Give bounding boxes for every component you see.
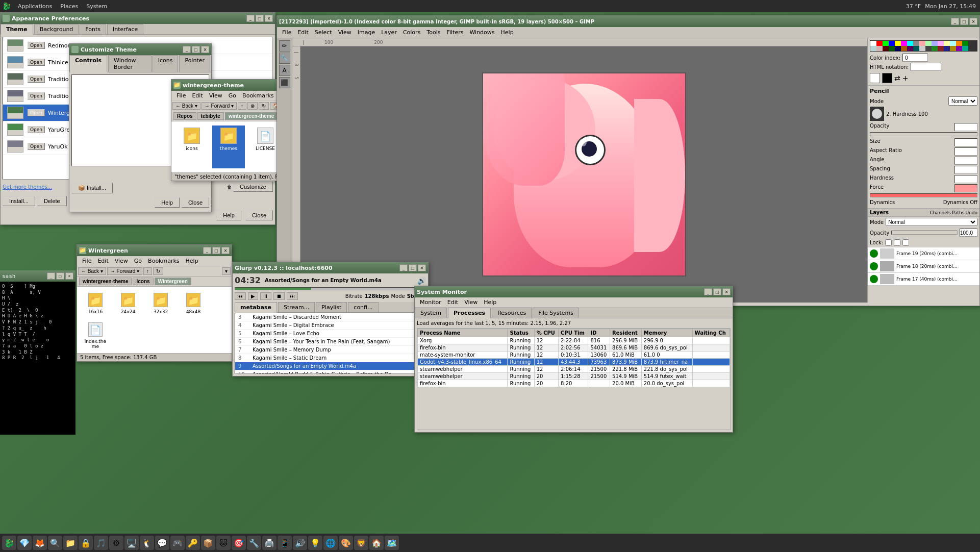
menu-image-gimp[interactable]: Image — [355, 28, 378, 37]
glurp-tab-playlist[interactable]: Playlist — [316, 302, 347, 312]
layer-item-19[interactable]: Frame 19 (20ms) (combi... — [868, 247, 979, 260]
refresh-btn[interactable]: ↻ — [259, 102, 269, 110]
menu-places[interactable]: Places — [57, 2, 81, 11]
tab-pointer[interactable]: Pointer — [179, 55, 210, 72]
close-btn[interactable]: × — [265, 15, 273, 22]
fm2-breadcrumb-3[interactable]: Wintergreen — [155, 278, 191, 285]
glurp-volume-btn[interactable]: 🔊 — [417, 277, 426, 285]
glurp-close-btn[interactable]: × — [418, 264, 426, 271]
col-cputime[interactable]: CPU Tim — [559, 329, 588, 337]
up-btn[interactable]: ↑ — [238, 102, 246, 110]
col-waiting[interactable]: Waiting Ch — [692, 329, 730, 337]
swatch[interactable] — [889, 46, 895, 51]
opacity-slider[interactable] — [870, 132, 977, 136]
swatch[interactable] — [956, 46, 962, 51]
swatch-selected[interactable] — [870, 46, 876, 51]
col-memory[interactable]: Memory — [641, 329, 692, 337]
taskbar-icon-11[interactable]: 💬 — [155, 536, 169, 550]
term-max-btn[interactable]: □ — [56, 272, 64, 280]
fm2-breadcrumb-1[interactable]: wintergreen-theme — [79, 278, 132, 285]
open-btn-tradok[interactable]: Open — [28, 92, 45, 99]
open-btn-redmond[interactable]: Open — [28, 42, 45, 49]
system-monitor-titlebar[interactable]: System Monitor _ □ × — [415, 286, 733, 297]
menu-filters-gimp[interactable]: Filters — [443, 28, 466, 37]
paths-tab[interactable]: Paths — [952, 210, 964, 215]
tab-interface[interactable]: Interface — [107, 24, 143, 34]
hardness-input[interactable]: 0.0 — [954, 175, 977, 183]
forward-btn[interactable]: → Forward ▾ — [202, 102, 237, 110]
swatch[interactable] — [938, 46, 944, 51]
swatch[interactable] — [901, 41, 907, 46]
swatch[interactable] — [938, 41, 944, 46]
sm-tab-system[interactable]: System — [415, 308, 447, 318]
menu-bookmarks[interactable]: Bookmarks — [239, 91, 277, 100]
taskbar-icon-20[interactable]: 🔊 — [293, 536, 307, 550]
taskbar-icon-23[interactable]: 🎨 — [339, 536, 353, 550]
swap-colors-btn[interactable]: ⇄ — [894, 74, 900, 82]
ct-close-btn[interactable]: × — [201, 46, 209, 53]
playlist-item-7[interactable]: 7 Kagami Smile – Memory Dump — [235, 346, 425, 354]
layer-item-18[interactable]: Frame 18 (20ms) (combi... — [868, 260, 979, 273]
col-resident[interactable]: Resident — [610, 329, 642, 337]
ct-close-btn[interactable]: Close — [182, 197, 209, 208]
swatch[interactable] — [901, 46, 907, 51]
breadcrumb-tebibyte[interactable]: tebibyte — [197, 112, 224, 120]
playlist-item-3[interactable]: 3 Kagami Smile – Discarded Moment — [235, 313, 425, 321]
sm-menu-monitor[interactable]: Monitor — [417, 298, 444, 307]
col-id[interactable]: ID — [588, 329, 610, 337]
taskbar-icon-12[interactable]: 🎮 — [170, 536, 185, 550]
force-input[interactable]: 100.0 — [954, 184, 977, 192]
gimp-titlebar[interactable]: [2172293] (imported)-1.0 (Indexed color … — [277, 16, 979, 27]
swatch[interactable] — [919, 46, 925, 51]
swatch[interactable] — [950, 41, 956, 46]
menu-edit[interactable]: Edit — [189, 91, 206, 100]
fm2-close-btn[interactable]: × — [221, 247, 230, 254]
menu-go[interactable]: Go — [225, 91, 239, 100]
taskbar-icon-16[interactable]: 🎯 — [232, 536, 246, 550]
menu-applications[interactable]: Applications — [15, 2, 55, 11]
fm2-file-48x48[interactable]: 📁 48x48 — [179, 291, 208, 316]
menu-help-gimp[interactable]: Help — [498, 28, 517, 37]
gimp-close-btn[interactable]: × — [969, 18, 977, 25]
open-btn-wintergreen[interactable]: Open — [28, 109, 45, 116]
glurp-tab-config[interactable]: confi... — [348, 302, 378, 312]
playlist-item-8[interactable]: 8 Kagami Smile – Static Dream — [235, 354, 425, 362]
swatch[interactable] — [932, 41, 938, 46]
swatch[interactable] — [956, 41, 962, 46]
get-more-themes-link[interactable]: Get more themes... — [3, 184, 52, 190]
customize-theme-titlebar[interactable]: Customize Theme _ □ × — [69, 44, 211, 55]
tab-theme[interactable]: Theme — [1, 24, 33, 35]
playlist-item-9[interactable]: 9 Assorted/Songs for an Empty World.m4a — [235, 362, 425, 370]
breadcrumb-repos[interactable]: Repos — [173, 112, 196, 120]
menu-select-gimp[interactable]: Select — [312, 28, 335, 37]
layer-visible-btn-17[interactable] — [870, 275, 878, 283]
swatch[interactable] — [889, 41, 895, 46]
back-btn[interactable]: ← Back ▾ — [172, 102, 200, 110]
fg-color-btn[interactable] — [870, 73, 880, 83]
playlist-item-6[interactable]: 6 Kagami Smile – Your Tears in The Rain … — [235, 338, 425, 346]
gimp-max-btn[interactable]: □ — [960, 18, 968, 25]
menu-layer-gimp[interactable]: Layer — [378, 28, 400, 37]
terminal-content[interactable]: 0 S ] Mg 8 A s, V H \ U / z E t) 2 \ 0 H… — [0, 282, 76, 435]
tool-btn[interactable]: ✏ — [279, 40, 290, 52]
swatch[interactable] — [876, 46, 883, 51]
swatch[interactable] — [925, 41, 932, 46]
undo-tab[interactable]: Undo — [965, 210, 977, 215]
menu-file[interactable]: File — [173, 91, 189, 100]
taskbar-icon-5[interactable]: 📁 — [63, 536, 78, 550]
sm-menu-help[interactable]: Help — [481, 298, 499, 307]
minimize-btn[interactable]: _ — [246, 15, 255, 22]
open-btn-thinice[interactable]: Open — [28, 59, 45, 66]
menu-view[interactable]: View — [206, 91, 225, 100]
swatch[interactable] — [919, 41, 925, 46]
fm2-menu-edit[interactable]: Edit — [94, 257, 111, 265]
file-icons[interactable]: 📁 icons — [175, 126, 208, 168]
sm-tab-resources[interactable]: Resources — [492, 308, 532, 318]
taskbar-icon-25[interactable]: 🏠 — [369, 536, 384, 550]
menu-system[interactable]: System — [83, 2, 110, 11]
fm2-breadcrumb-2[interactable]: icons — [133, 278, 153, 285]
fm2-file-24x24[interactable]: 📁 24x24 — [114, 291, 142, 316]
fm2-forward-btn[interactable]: → Forward ▾ — [107, 267, 142, 275]
layers-opacity-slider[interactable] — [891, 231, 958, 235]
col-cpu[interactable]: % CPU — [534, 329, 558, 337]
